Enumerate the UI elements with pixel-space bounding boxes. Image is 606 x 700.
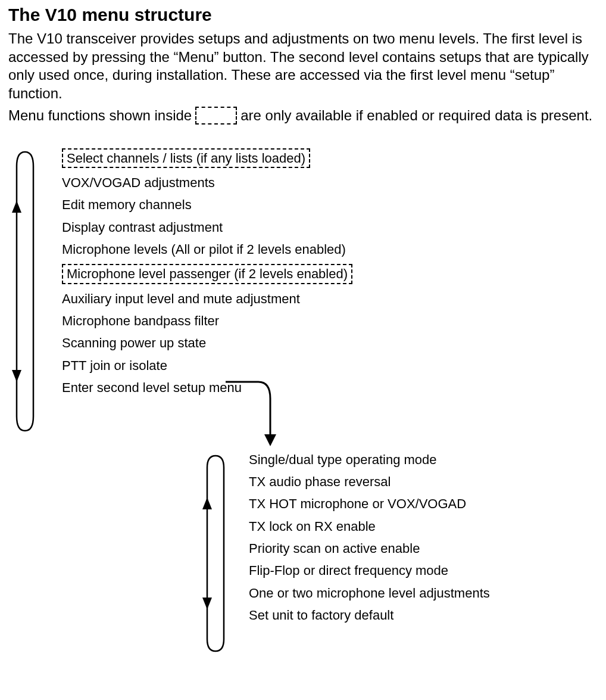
- menu-item-label: Microphone bandpass filter: [62, 313, 219, 328]
- level2-diagram: Single/dual type operating modeTX audio …: [199, 452, 598, 655]
- menu-item-label: Auxiliary input level and mute adjustmen…: [62, 291, 300, 306]
- level2-menu-item: TX lock on RX enable: [249, 519, 490, 534]
- menu-item-label: Enter second level setup menu: [62, 380, 242, 395]
- inline-text-after: are only available if enabled or require…: [240, 107, 592, 124]
- menu-item-label: Single/dual type operating mode: [249, 452, 437, 467]
- level1-menu-item: Scanning power up state: [62, 335, 352, 350]
- menu-item-label: VOX/VOGAD adjustments: [62, 175, 215, 190]
- level2-menu-item: TX audio phase reversal: [249, 474, 490, 489]
- level1-menu-item: Edit memory channels: [62, 197, 352, 212]
- menu-item-label: PTT join or isolate: [62, 358, 167, 373]
- menu-item-label: Scanning power up state: [62, 335, 206, 350]
- svg-marker-0: [12, 201, 21, 213]
- level1-menu-item: Auxiliary input level and mute adjustmen…: [62, 291, 352, 306]
- svg-marker-2: [264, 434, 276, 446]
- level1-menu-list: Select channels / lists (if any lists lo…: [62, 148, 352, 402]
- level1-menu-item: Select channels / lists (if any lists lo…: [62, 148, 352, 168]
- level2-menu-item: Set unit to factory default: [249, 608, 490, 623]
- menu-item-label: Set unit to factory default: [249, 608, 393, 623]
- menu-item-label: Flip-Flop or direct frequency mode: [249, 563, 448, 578]
- menu-item-label: Microphone levels (All or pilot if 2 lev…: [62, 242, 346, 257]
- menu-item-label: Edit memory channels: [62, 197, 192, 212]
- menu-item-label: One or two microphone level adjustments: [249, 586, 490, 601]
- level1-menu-item: Enter second level setup menu: [62, 380, 352, 395]
- menu-item-label: Priority scan on active enable: [249, 541, 420, 556]
- svg-marker-1: [12, 370, 21, 382]
- loop-arrow-icon: [8, 148, 42, 434]
- level2-menu-item: Single/dual type operating mode: [249, 452, 490, 467]
- level2-menu-item: Flip-Flop or direct frequency mode: [249, 563, 490, 578]
- inline-text-before: Menu functions shown inside: [8, 107, 192, 124]
- level1-menu-item: PTT join or isolate: [62, 358, 352, 373]
- level2-menu-item: TX HOT microphone or VOX/VOGAD: [249, 496, 490, 511]
- conditional-menu-item: Microphone level passenger (if 2 levels …: [62, 264, 352, 284]
- level1-menu-item: Display contrast adjustment: [62, 220, 352, 235]
- level2-menu-item: Priority scan on active enable: [249, 541, 490, 556]
- level1-diagram: Select channels / lists (if any lists lo…: [8, 148, 598, 434]
- level2-menu-item: One or two microphone level adjustments: [249, 586, 490, 601]
- conditional-menu-item: Select channels / lists (if any lists lo…: [62, 148, 310, 168]
- level1-menu-item: Microphone bandpass filter: [62, 313, 352, 328]
- level1-menu-item: Microphone levels (All or pilot if 2 lev…: [62, 242, 352, 257]
- level1-menu-item: VOX/VOGAD adjustments: [62, 175, 352, 190]
- intro-paragraph: The V10 transceiver provides setups and …: [8, 30, 598, 103]
- page-title: The V10 menu structure: [8, 5, 598, 25]
- menu-item-label: Display contrast adjustment: [62, 220, 223, 235]
- conditional-note: Menu functions shown inside are only ava…: [8, 107, 598, 125]
- dashed-box-icon: [195, 107, 237, 125]
- menu-item-label: TX HOT microphone or VOX/VOGAD: [249, 496, 466, 511]
- menu-item-label: TX lock on RX enable: [249, 519, 376, 534]
- svg-marker-3: [202, 497, 212, 509]
- loop-arrow-icon: [199, 452, 232, 655]
- level2-menu-list: Single/dual type operating modeTX audio …: [249, 452, 490, 630]
- document-page: The V10 menu structure The V10 transceiv…: [0, 0, 606, 679]
- level1-menu-item: Microphone level passenger (if 2 levels …: [62, 264, 352, 284]
- menu-item-label: TX audio phase reversal: [249, 474, 391, 489]
- svg-marker-4: [202, 598, 212, 609]
